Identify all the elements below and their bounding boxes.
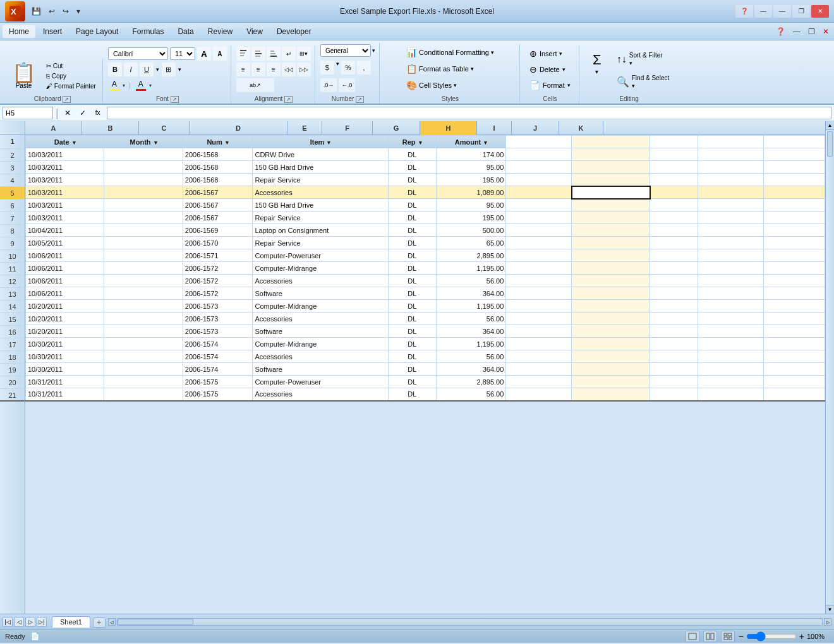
cell-G11[interactable] bbox=[506, 262, 572, 275]
delete-cells-btn[interactable]: ⊖ Delete ▾ bbox=[525, 63, 575, 76]
cell-D14[interactable]: Computer-Midrange bbox=[253, 300, 388, 313]
cell-I4[interactable] bbox=[650, 174, 698, 186]
cell-I11[interactable] bbox=[650, 262, 698, 275]
center-align-btn[interactable]: ≡ bbox=[251, 63, 265, 76]
row-num-5[interactable]: 5 bbox=[0, 187, 25, 200]
cell-K20[interactable] bbox=[764, 376, 825, 388]
cell-E15[interactable]: DL bbox=[388, 313, 436, 325]
col-header-H[interactable]: H bbox=[420, 121, 477, 135]
cell-C14[interactable]: 2006-1573 bbox=[183, 300, 253, 313]
cell-K15[interactable] bbox=[764, 313, 825, 325]
cell-C17[interactable]: 2006-1574 bbox=[183, 338, 253, 350]
cell-F16[interactable]: 364.00 bbox=[436, 325, 506, 338]
cell-G5[interactable] bbox=[506, 186, 572, 199]
number-format-arrow[interactable]: ▾ bbox=[372, 47, 375, 54]
cell-K3[interactable] bbox=[764, 161, 825, 174]
row-num-16[interactable]: 16 bbox=[0, 326, 25, 338]
dec-decimal-btn[interactable]: ←.0 bbox=[339, 78, 355, 92]
cell-B3[interactable] bbox=[104, 161, 183, 174]
cell-styles-btn[interactable]: 🎨 Cell Styles ▾ bbox=[402, 78, 499, 92]
cell-A10[interactable]: 10/06/2011 bbox=[26, 249, 104, 262]
row-num-12[interactable]: 12 bbox=[0, 275, 25, 288]
cell-F18[interactable]: 56.00 bbox=[436, 350, 506, 363]
cell-D6[interactable]: 150 GB Hard Drive bbox=[253, 199, 388, 212]
cell-K9[interactable] bbox=[764, 237, 825, 249]
col-header-J[interactable]: J bbox=[512, 121, 559, 135]
zoom-slider[interactable] bbox=[746, 631, 797, 641]
cell-J5[interactable] bbox=[698, 186, 764, 199]
cell-D11[interactable]: Computer-Midrange bbox=[253, 262, 388, 275]
row-num-10[interactable]: 10 bbox=[0, 250, 25, 263]
cell-F10[interactable]: 2,895.00 bbox=[436, 249, 506, 262]
cell-H16[interactable] bbox=[572, 325, 650, 338]
copy-button[interactable]: ⎘ Copy bbox=[44, 71, 99, 81]
cell-H19[interactable] bbox=[572, 363, 650, 376]
cell-H2[interactable] bbox=[572, 148, 650, 161]
col-header-C[interactable]: C bbox=[139, 121, 190, 135]
font-shrink-btn[interactable]: A bbox=[213, 47, 227, 61]
cell-E18[interactable]: DL bbox=[388, 350, 436, 363]
format-arrow[interactable]: ▾ bbox=[567, 82, 571, 88]
col-header-B[interactable]: B ↓ bbox=[82, 121, 139, 135]
cell-E21[interactable]: DL bbox=[388, 388, 436, 401]
format-cells-btn[interactable]: 📄 Format ▾ bbox=[525, 78, 575, 92]
scroll-track-v[interactable] bbox=[826, 130, 834, 605]
cell-K4[interactable] bbox=[764, 174, 825, 186]
sum-btn[interactable]: Σ ▾ bbox=[584, 49, 610, 92]
row-num-19[interactable]: 19 bbox=[0, 364, 25, 376]
menu-insert[interactable]: Insert bbox=[37, 25, 68, 38]
cell-D9[interactable]: Repair Service bbox=[253, 237, 388, 249]
cell-K2[interactable] bbox=[764, 148, 825, 161]
wrap-text-btn[interactable]: ↵ bbox=[282, 47, 296, 61]
cell-G18[interactable] bbox=[506, 350, 572, 363]
cell-B9[interactable] bbox=[104, 237, 183, 249]
cell-I1[interactable] bbox=[650, 136, 698, 148]
cell-A6[interactable]: 10/03/2011 bbox=[26, 199, 104, 212]
cell-J1[interactable] bbox=[698, 136, 764, 148]
paste-button[interactable]: 📋 Paste bbox=[6, 60, 41, 92]
cell-H1[interactable] bbox=[572, 136, 650, 148]
cell-H11[interactable] bbox=[572, 262, 650, 275]
cell-D7[interactable]: Repair Service bbox=[253, 212, 388, 224]
restore-btn[interactable]: ❐ bbox=[792, 5, 810, 18]
cell-A5[interactable]: 10/03/2011 bbox=[26, 186, 104, 199]
row-num-18[interactable]: 18 bbox=[0, 351, 25, 364]
row-num-3[interactable]: 3 bbox=[0, 162, 25, 174]
cell-B14[interactable] bbox=[104, 300, 183, 313]
orientation-btn[interactable]: ab↗ bbox=[236, 78, 274, 92]
cell-C5[interactable]: 2006-1567 bbox=[183, 186, 253, 199]
dollar-btn[interactable]: $ bbox=[320, 61, 334, 75]
cell-A7[interactable]: 10/03/2011 bbox=[26, 212, 104, 224]
cell-K18[interactable] bbox=[764, 350, 825, 363]
cell-G1[interactable] bbox=[506, 136, 572, 148]
cell-J18[interactable] bbox=[698, 350, 764, 363]
cell-B15[interactable] bbox=[104, 313, 183, 325]
menu-data[interactable]: Data bbox=[171, 25, 200, 38]
cell-D2[interactable]: CDRW Drive bbox=[253, 148, 388, 161]
cell-H9[interactable] bbox=[572, 237, 650, 249]
cell-I14[interactable] bbox=[650, 300, 698, 313]
cell-F4[interactable]: 195.00 bbox=[436, 174, 506, 186]
sort-filter-btn[interactable]: ↑↓ Sort & Filter ▾ bbox=[612, 49, 674, 69]
cell-B16[interactable] bbox=[104, 325, 183, 338]
cell-F3[interactable]: 95.00 bbox=[436, 161, 506, 174]
cell-C9[interactable]: 2006-1570 bbox=[183, 237, 253, 249]
cell-H7[interactable] bbox=[572, 212, 650, 224]
cell-E17[interactable]: DL bbox=[388, 338, 436, 350]
dec-indent-btn[interactable]: ◁◁ bbox=[282, 63, 296, 76]
normal-view-btn[interactable] bbox=[686, 631, 699, 642]
cell-J2[interactable] bbox=[698, 148, 764, 161]
cell-A13[interactable]: 10/06/2011 bbox=[26, 287, 104, 300]
cell-D8[interactable]: Laptop on Consignment bbox=[253, 224, 388, 237]
cell-B8[interactable] bbox=[104, 224, 183, 237]
cell-D19[interactable]: Software bbox=[253, 363, 388, 376]
col-header-F[interactable]: F bbox=[322, 121, 373, 135]
cell-A14[interactable]: 10/20/2011 bbox=[26, 300, 104, 313]
cell-A4[interactable]: 10/03/2011 bbox=[26, 174, 104, 186]
cell-A18[interactable]: 10/30/2011 bbox=[26, 350, 104, 363]
top-align-btn[interactable] bbox=[236, 47, 250, 61]
cell-C19[interactable]: 2006-1574 bbox=[183, 363, 253, 376]
border-button[interactable]: ⊞ bbox=[162, 63, 176, 76]
font-color-arrow[interactable]: ▾ bbox=[149, 83, 152, 88]
menu-help-btn[interactable]: ❓ bbox=[773, 26, 788, 37]
